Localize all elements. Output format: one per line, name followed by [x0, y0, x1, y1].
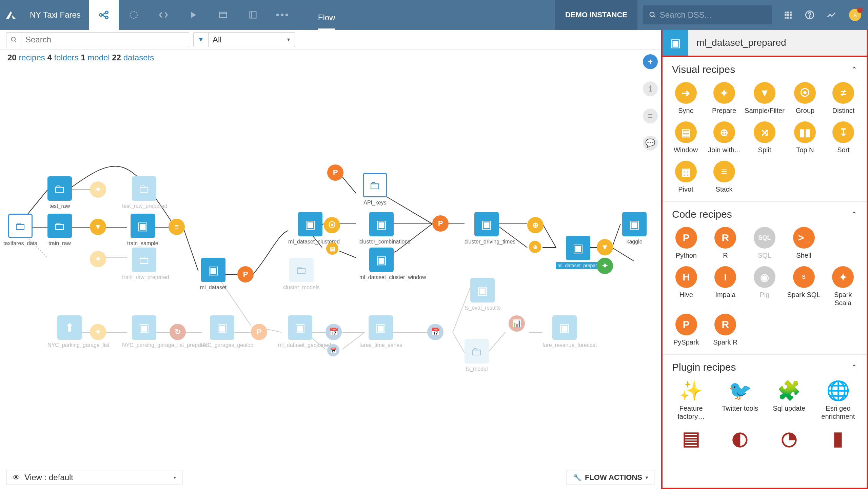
recipe-python2-icon[interactable]: P: [327, 164, 343, 181]
node-kaggle[interactable]: ▣kaggle: [622, 212, 647, 245]
view-selector[interactable]: 👁 View : default▾: [6, 470, 182, 485]
recipe-feature-factory[interactable]: ✨Feature factory…: [668, 380, 714, 420]
recipe-plugin-7[interactable]: ◔: [766, 427, 812, 452]
recipes-link[interactable]: recipes: [19, 53, 45, 62]
recipe-join2-icon[interactable]: ⊕: [529, 241, 541, 253]
recipe-distinct[interactable]: ≠Distinct: [826, 82, 861, 115]
recipe-shell[interactable]: >_Shell: [786, 227, 822, 259]
node-api-keys[interactable]: 🗀API_keys: [363, 173, 387, 206]
recipe-date-icon[interactable]: 📅: [326, 324, 342, 340]
recipe-stack-icon[interactable]: ≡: [169, 219, 185, 235]
node-test-raw-prepared[interactable]: 🗀test_raw_prepared: [122, 176, 166, 209]
recipe-plugin-5[interactable]: ▤: [668, 427, 714, 452]
recipe-prepare2-icon[interactable]: ✦: [90, 251, 106, 267]
recipe-python[interactable]: PPython: [668, 227, 705, 259]
flow-actions-button[interactable]: 🔧FLOW ACTIONS▾: [567, 470, 654, 485]
node-cluster-driving-times[interactable]: ▣cluster_driving_times: [465, 212, 509, 245]
recipe-sql-update[interactable]: 🧩Sql update: [766, 380, 812, 420]
node-ts-model[interactable]: 🗀ts_model: [465, 339, 489, 372]
recipe-filter2-icon[interactable]: ▼: [597, 239, 613, 255]
user-avatar[interactable]: s: [849, 9, 861, 21]
side-tab-list[interactable]: ≡: [643, 109, 658, 123]
plugin-recipes-header[interactable]: Plugin recipes⌃: [663, 355, 867, 376]
recipe-sync[interactable]: ➜Sync: [668, 82, 704, 115]
recipe-prepare[interactable]: ✦Prepare: [706, 82, 742, 115]
node-cluster-models[interactable]: 🗀cluster_models: [283, 258, 320, 291]
node-nyc-garages-geoloc[interactable]: ▣NYC_garages_geoloc: [200, 315, 244, 348]
node-train-sample[interactable]: ▣train_sample: [127, 214, 158, 247]
recipe-twitter[interactable]: 🐦Twitter tools: [717, 380, 764, 420]
side-tab-chat[interactable]: 💬: [643, 136, 658, 151]
node-cluster-combinations[interactable]: ▣cluster_combinations: [359, 212, 403, 245]
node-taxifares-data[interactable]: 🗀taxifares_data: [3, 214, 38, 247]
recipe-impala[interactable]: IImpala: [707, 266, 744, 307]
wiki-tab-icon[interactable]: [238, 0, 268, 30]
logo-icon[interactable]: [0, 0, 22, 30]
node-nyc-parking-garage-list-prepared[interactable]: ▣NYC_parking_garage_list_prepared: [122, 315, 166, 348]
recipe-stack[interactable]: ≡Stack: [706, 161, 742, 193]
recipe-date2-icon[interactable]: 📅: [327, 344, 339, 356]
recipe-spark-r[interactable]: RSpark R: [707, 314, 744, 346]
node-fare-revenue-forecast[interactable]: ▣fare_revenue_forecast: [542, 315, 587, 348]
node-train-raw[interactable]: 🗀train_raw: [47, 214, 72, 247]
recipe-prepare3-icon[interactable]: ✦: [90, 324, 106, 340]
side-tab-add[interactable]: +: [643, 54, 658, 69]
recipe-join[interactable]: ⊕Join with...: [706, 121, 742, 154]
recipe-filter-icon[interactable]: ▼: [90, 219, 106, 235]
flow-tab-icon[interactable]: [89, 0, 119, 30]
code-recipes-header[interactable]: Code recipes⌃: [663, 202, 867, 223]
flow-search[interactable]: [6, 32, 189, 47]
recipe-plugin-icon[interactable]: ↻: [170, 324, 186, 340]
flow-tab-label[interactable]: Flow: [318, 13, 335, 30]
recipe-split[interactable]: ⤨Split: [745, 121, 785, 154]
side-tab-info[interactable]: ℹ: [643, 81, 658, 96]
recipe-pivot[interactable]: ▦Pivot: [668, 161, 704, 193]
project-name[interactable]: NY Taxi Fares: [22, 10, 89, 20]
recipe-plugin-6[interactable]: ◐: [717, 427, 764, 452]
recipe-ml-icon[interactable]: ✦: [597, 258, 613, 274]
recipe-spark-scala[interactable]: ✦Spark Scala: [825, 266, 861, 307]
node-ml-dataset-cluster-window[interactable]: ▣ml_dataset_cluster_window: [359, 248, 403, 280]
node-test-raw[interactable]: 🗀test_raw: [47, 176, 72, 209]
recipe-window-icon[interactable]: ▤: [326, 242, 338, 255]
more-tab-icon[interactable]: •••: [268, 0, 298, 30]
recipe-hive[interactable]: HHive: [668, 266, 705, 307]
apps-icon[interactable]: [777, 0, 799, 30]
recipe-python4-icon[interactable]: P: [251, 324, 267, 340]
recipe-sort[interactable]: ↧Sort: [826, 121, 861, 154]
folders-link[interactable]: folders: [54, 53, 78, 62]
node-train-raw-prepared[interactable]: 🗀train_raw_prepared: [122, 248, 166, 280]
flow-filter[interactable]: ▼ All ▾: [193, 32, 295, 47]
node-ml-dataset-geojoined[interactable]: ▣ml_dataset_geojoined: [278, 315, 322, 348]
recipe-r[interactable]: RR: [707, 227, 744, 259]
flow-canvas[interactable]: 🗀taxifares_data 🗀test_raw 🗀train_raw ✦ 🗀…: [0, 68, 661, 466]
recipe-group[interactable]: ⦿Group: [787, 82, 823, 115]
activity-icon[interactable]: [821, 0, 842, 30]
node-ml-dataset-prepared[interactable]: ▣ml_dataset_prepared: [556, 236, 600, 269]
circle-tab-icon[interactable]: [119, 0, 149, 30]
global-search[interactable]: [643, 5, 772, 24]
recipe-plugin-8[interactable]: ▮: [815, 427, 862, 452]
recipe-top-n[interactable]: ▮▮Top N: [787, 121, 823, 154]
recipe-prepare-icon[interactable]: ✦: [90, 181, 106, 198]
flow-search-input[interactable]: [21, 35, 189, 44]
recipe-pyspark[interactable]: PPySpark: [668, 314, 705, 346]
recipe-spark-sql[interactable]: SSpark SQL: [786, 266, 822, 307]
recipe-join-icon[interactable]: ⊕: [527, 217, 544, 233]
recipe-python-icon[interactable]: P: [237, 266, 254, 282]
code-tab-icon[interactable]: [149, 0, 178, 30]
global-search-input[interactable]: [660, 10, 766, 20]
dashboard-tab-icon[interactable]: [208, 0, 238, 30]
recipe-esri-geo[interactable]: 🌐Esri geo enrichment: [815, 380, 862, 420]
node-ml-dataset[interactable]: ▣ml_dataset: [200, 258, 226, 291]
recipe-forecast-icon[interactable]: 📅: [427, 324, 443, 340]
datasets-link[interactable]: datasets: [123, 53, 154, 62]
help-icon[interactable]: [799, 0, 821, 30]
recipe-window[interactable]: ▤Window: [668, 121, 704, 154]
visual-recipes-header[interactable]: Visual recipes⌃: [663, 57, 867, 78]
recipe-group-icon[interactable]: ⦿: [324, 217, 340, 233]
node-ts-eval-results[interactable]: ▣ts_eval_results: [465, 278, 501, 311]
node-nyc-parking-garage-list[interactable]: ⬆NYC_parking_garage_list: [47, 315, 92, 348]
recipe-chart-icon[interactable]: 📊: [509, 315, 525, 332]
model-link[interactable]: model: [87, 53, 110, 62]
